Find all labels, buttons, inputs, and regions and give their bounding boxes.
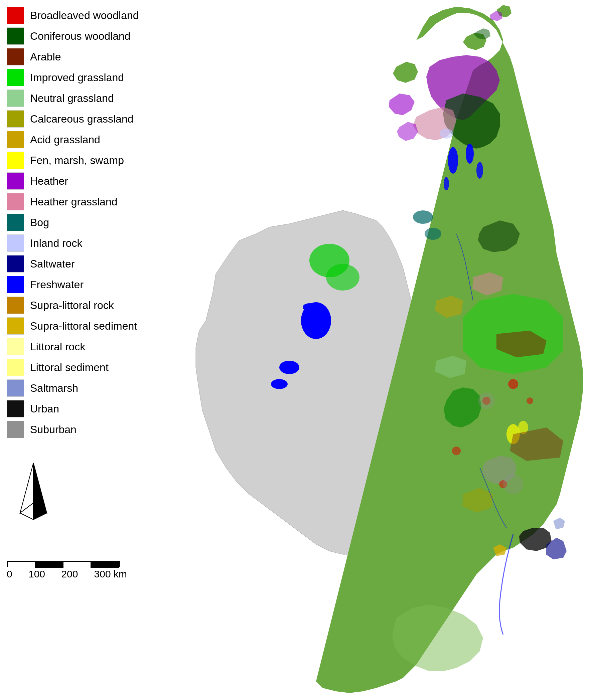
- legend-swatch-acid-grassland: [7, 131, 24, 148]
- legend-swatch-urban: [7, 400, 24, 418]
- legend-item-acid-grassland: Acid grassland: [7, 131, 181, 148]
- legend-label-inland-rock: Inland rock: [30, 237, 83, 250]
- legend-item-arable: Arable: [7, 48, 181, 65]
- legend-swatch-littoral-sediment: [7, 359, 24, 376]
- scale-seg-2: [63, 562, 92, 568]
- legend-swatch-heather: [7, 172, 24, 190]
- legend-label-suburban: Suburban: [30, 424, 77, 436]
- legend-item-suburban: Suburban: [7, 421, 181, 438]
- legend-item-heather: Heather: [7, 172, 181, 190]
- loch-4: [444, 177, 449, 191]
- legend-label-bog: Bog: [30, 216, 49, 229]
- legend-swatch-supra-littoral-rock: [7, 297, 24, 314]
- legend-swatch-neutral-grassland: [7, 90, 24, 107]
- scale-200: 200: [61, 569, 78, 580]
- north-arrow: [10, 460, 57, 526]
- bw-4: [452, 446, 461, 455]
- legend-swatch-saltmarsh: [7, 379, 24, 397]
- legend-item-bog: Bog: [7, 214, 181, 231]
- rock-1: [440, 128, 453, 139]
- legend-swatch-freshwater: [7, 276, 24, 293]
- legend-label-neutral-grassland: Neutral grassland: [30, 92, 114, 105]
- legend-label-fen-marsh-swamp: Fen, marsh, swamp: [30, 154, 124, 167]
- scale-0: 0: [7, 569, 12, 580]
- scale-seg-0: [8, 562, 36, 568]
- legend-item-saltmarsh: Saltmarsh: [7, 379, 181, 397]
- map-svg: [160, 0, 592, 700]
- sm-1: [553, 518, 565, 529]
- loch-2: [466, 144, 474, 164]
- legend-item-supra-littoral-sediment: Supra-littoral sediment: [7, 317, 181, 335]
- legend-label-saltwater: Saltwater: [30, 258, 75, 270]
- legend-swatch-improved-grassland: [7, 69, 24, 86]
- legend-label-supra-littoral-rock: Supra-littoral rock: [30, 299, 114, 312]
- legend-item-freshwater: Freshwater: [7, 276, 181, 293]
- map-area: [160, 0, 592, 700]
- scale-seg-1: [36, 562, 64, 568]
- legend-swatch-littoral-rock: [7, 338, 24, 355]
- scale-300: 300 km: [94, 569, 127, 580]
- bw-1: [508, 379, 518, 389]
- legend-label-littoral-rock: Littoral rock: [30, 341, 85, 353]
- scale-bar-line: [7, 561, 120, 567]
- legend-label-urban: Urban: [30, 403, 59, 415]
- legend-swatch-suburban: [7, 421, 24, 438]
- sub-1: [478, 392, 495, 409]
- ireland-lake-2: [271, 379, 288, 389]
- legend-item-improved-grassland: Improved grassland: [7, 69, 181, 86]
- legend-item-neutral-grassland: Neutral grassland: [7, 90, 181, 107]
- legend-label-supra-littoral-sediment: Supra-littoral sediment: [30, 320, 137, 332]
- legend-item-saltwater: Saltwater: [7, 255, 181, 272]
- legend-swatch-broadleaved-woodland: [7, 7, 24, 24]
- legend-label-arable: Arable: [30, 51, 61, 63]
- legend-label-heather-grassland: Heather grassland: [30, 196, 117, 208]
- scale-numbers: 0 100 200 300 km: [7, 569, 127, 580]
- legend-label-broadleaved-woodland: Broadleaved woodland: [30, 9, 139, 22]
- legend-swatch-bog: [7, 214, 24, 231]
- loch-1: [448, 147, 458, 174]
- legend-item-urban: Urban: [7, 400, 181, 418]
- legend-swatch-calcareous-grassland: [7, 110, 24, 127]
- legend-label-littoral-sediment: Littoral sediment: [30, 361, 109, 374]
- legend-item-heather-grassland: Heather grassland: [7, 193, 181, 210]
- legend-swatch-arable: [7, 48, 24, 65]
- ireland-green-2: [326, 264, 359, 290]
- legend-item-littoral-rock: Littoral rock: [7, 338, 181, 355]
- loch-3: [477, 162, 483, 179]
- legend-label-improved-grassland: Improved grassland: [30, 71, 124, 84]
- legend-swatch-inland-rock: [7, 234, 24, 252]
- legend-swatch-supra-littoral-sediment: [7, 317, 24, 335]
- legend-swatch-coniferous-woodland: [7, 28, 24, 45]
- legend-item-inland-rock: Inland rock: [7, 234, 181, 252]
- legend-item-supra-littoral-rock: Supra-littoral rock: [7, 297, 181, 314]
- bog-2: [425, 228, 441, 240]
- legend-label-heather: Heather: [30, 175, 68, 187]
- hebrides-3: [397, 122, 418, 141]
- legend-item-coniferous-woodland: Coniferous woodland: [7, 28, 181, 45]
- bog-1: [413, 210, 433, 224]
- hebrides-1: [389, 94, 414, 115]
- ireland-lake-1: [279, 361, 299, 374]
- page-container: Broadleaved woodlandConiferous woodlandA…: [0, 0, 592, 700]
- sub-2: [503, 474, 523, 494]
- hebrides-2: [393, 62, 418, 83]
- legend-label-acid-grassland: Acid grassland: [30, 133, 100, 146]
- scale-100: 100: [29, 569, 45, 580]
- legend-label-coniferous-woodland: Coniferous woodland: [30, 30, 131, 42]
- legend-swatch-saltwater: [7, 255, 24, 272]
- bw-3: [527, 397, 533, 404]
- legend-label-freshwater: Freshwater: [30, 278, 84, 291]
- legend-item-littoral-sediment: Littoral sediment: [7, 359, 181, 376]
- scale-bar: 0 100 200 300 km: [7, 561, 127, 580]
- legend-swatch-fen-marsh-swamp: [7, 152, 24, 169]
- ireland-lake-3: [303, 303, 316, 311]
- legend-label-saltmarsh: Saltmarsh: [30, 382, 78, 394]
- legend-item-broadleaved-woodland: Broadleaved woodland: [7, 7, 181, 24]
- legend-item-calcareous-grassland: Calcareous grassland: [7, 110, 181, 127]
- scale-seg-3: [92, 562, 119, 568]
- legend-label-calcareous-grassland: Calcareous grassland: [30, 113, 134, 125]
- legend-item-fen-marsh-swamp: Fen, marsh, swamp: [7, 152, 181, 169]
- legend: Broadleaved woodlandConiferous woodlandA…: [7, 7, 181, 441]
- legend-swatch-heather-grassland: [7, 193, 24, 210]
